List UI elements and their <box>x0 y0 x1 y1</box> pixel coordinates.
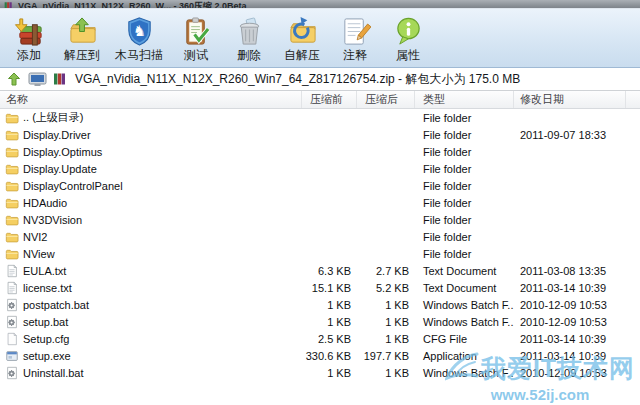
file-type: File folder <box>415 214 514 226</box>
sfx-icon <box>287 15 318 48</box>
file-name: Display.Optimus <box>23 146 102 158</box>
table-row[interactable]: setup.exe 330.6 KB 197.7 KB Application … <box>0 347 640 364</box>
toolbar-button-label: 解压到 <box>64 48 100 63</box>
toolbar-button-properties[interactable]: 属性 <box>385 14 431 64</box>
column-header-size-after[interactable]: 压缩后 <box>357 91 415 108</box>
toolbar-button-label: 自解压 <box>284 48 320 63</box>
file-name: Display.Update <box>23 163 97 175</box>
table-row[interactable]: license.txt 15.1 KB 5.2 KB Text Document… <box>0 279 640 296</box>
table-row[interactable]: NVI2 File folder <box>0 228 640 245</box>
size-after: 2.7 KB <box>357 265 415 277</box>
file-name: Display.Driver <box>23 129 91 141</box>
table-row[interactable]: Display.Update File folder <box>0 160 640 177</box>
size-after: 197.7 KB <box>357 350 415 362</box>
toolbar-button-sfx[interactable]: 自解压 <box>279 14 325 64</box>
table-row[interactable]: postpatch.bat 1 KB 1 KB Windows Batch F.… <box>0 296 640 313</box>
text-doc-icon <box>5 264 19 278</box>
file-name: .. (上级目录) <box>23 110 84 125</box>
toolbar-button-add[interactable]: 添加 <box>6 14 52 64</box>
column-header-name[interactable]: 名称 <box>0 91 302 108</box>
toolbar-button-delete[interactable]: 删除 <box>226 14 272 64</box>
file-name: NVI2 <box>23 231 47 243</box>
archive-path: VGA_nVidia_N11X_N12X_R260_Win7_64_Z81712… <box>75 71 520 88</box>
watermark-url: www.52ij.com <box>440 386 640 403</box>
delete-icon <box>234 15 265 48</box>
exe-file-icon <box>5 349 19 363</box>
file-modified: 2010-12-09 10:53 <box>514 367 626 379</box>
bat-file-icon <box>5 298 19 312</box>
trojan-scan-icon: ♞ <box>124 15 155 48</box>
column-header-filler <box>626 91 640 108</box>
table-row[interactable]: Uninstall.bat 1 KB 1 KB Windows Batch F.… <box>0 364 640 381</box>
file-list: .. (上级目录) File folder Display.Driver Fil… <box>0 109 640 381</box>
size-before: 1 KB <box>302 367 357 379</box>
window-titlebar: VGA_nVidia_N11X_N12X_R260_W... - 360压缩 2… <box>0 0 640 9</box>
text-doc-icon <box>5 281 19 295</box>
app-icon[interactable] <box>4 0 13 8</box>
folder-icon <box>5 128 19 142</box>
extract-icon <box>67 15 98 48</box>
file-type: File folder <box>415 248 514 260</box>
size-after: 1 KB <box>357 333 415 345</box>
file-modified: 2011-09-07 18:33 <box>514 129 626 141</box>
file-name: Uninstall.bat <box>23 367 84 379</box>
file-name: DisplayControlPanel <box>23 180 123 192</box>
table-row[interactable]: Display.Optimus File folder <box>0 143 640 160</box>
file-type: File folder <box>415 231 514 243</box>
toolbar-button-label: 删除 <box>237 48 261 63</box>
file-name: EULA.txt <box>23 265 66 277</box>
file-type: Application <box>415 350 514 362</box>
bat-file-icon <box>5 366 19 380</box>
column-header-size-before[interactable]: 压缩前 <box>302 91 357 108</box>
table-row[interactable]: NView File folder <box>0 245 640 262</box>
size-before: 1 KB <box>302 299 357 311</box>
table-row[interactable]: .. (上级目录) File folder <box>0 109 640 126</box>
file-modified: 2010-12-09 10:53 <box>514 299 626 311</box>
add-icon <box>14 15 45 48</box>
toolbar-button-extract[interactable]: 解压到 <box>59 14 105 64</box>
file-type: File folder <box>415 197 514 209</box>
comment-icon <box>340 15 371 48</box>
file-modified: 2011-03-14 10:39 <box>514 282 626 294</box>
folder-icon <box>5 247 19 261</box>
file-type: File folder <box>415 146 514 158</box>
size-before: 1 KB <box>302 316 357 328</box>
size-before: 15.1 KB <box>302 282 357 294</box>
toolbar-button-label: 测试 <box>184 48 208 63</box>
size-after: 5.2 KB <box>357 282 415 294</box>
file-name: Setup.cfg <box>23 333 69 345</box>
file-name: postpatch.bat <box>23 299 89 311</box>
svg-text:♞: ♞ <box>132 23 145 39</box>
toolbar-button-comment[interactable]: 注释 <box>332 14 378 64</box>
file-modified: 2011-03-08 13:35 <box>514 265 626 277</box>
window-title: VGA_nVidia_N11X_N12X_R260_W... - 360压缩 2… <box>18 2 246 9</box>
bat-file-icon <box>5 315 19 329</box>
size-after: 1 KB <box>357 316 415 328</box>
file-type: File folder <box>415 129 514 141</box>
table-row[interactable]: Display.Driver File folder 2011-09-07 18… <box>0 126 640 143</box>
file-type: CFG File <box>415 333 514 345</box>
table-row[interactable]: Setup.cfg 2.5 KB 1 KB CFG File 2011-03-1… <box>0 330 640 347</box>
toolbar: 添加 解压到 ♞ 木马扫描 <box>0 9 640 68</box>
column-header-type[interactable]: 类型 <box>415 91 514 108</box>
file-name: setup.bat <box>23 316 68 328</box>
size-after: 1 KB <box>357 299 415 311</box>
toolbar-button-trojan-scan[interactable]: ♞ 木马扫描 <box>112 14 166 64</box>
column-header-modified[interactable]: 修改日期 <box>514 91 626 108</box>
table-row[interactable]: setup.bat 1 KB 1 KB Windows Batch F... 2… <box>0 313 640 330</box>
file-name: setup.exe <box>23 350 71 362</box>
test-icon <box>181 15 212 48</box>
file-name: HDAudio <box>23 197 67 209</box>
size-after: 1 KB <box>357 367 415 379</box>
cfg-file-icon <box>5 332 19 346</box>
table-row[interactable]: DisplayControlPanel File folder <box>0 177 640 194</box>
properties-icon <box>393 15 424 48</box>
up-directory-button[interactable] <box>6 71 22 87</box>
table-row[interactable]: NV3DVision File folder <box>0 211 640 228</box>
computer-icon[interactable] <box>28 72 47 87</box>
toolbar-button-test[interactable]: 测试 <box>173 14 219 64</box>
list-header: 名称 压缩前 压缩后 类型 修改日期 <box>0 91 640 109</box>
file-name: NV3DVision <box>23 214 82 226</box>
table-row[interactable]: EULA.txt 6.3 KB 2.7 KB Text Document 201… <box>0 262 640 279</box>
table-row[interactable]: HDAudio File folder <box>0 194 640 211</box>
